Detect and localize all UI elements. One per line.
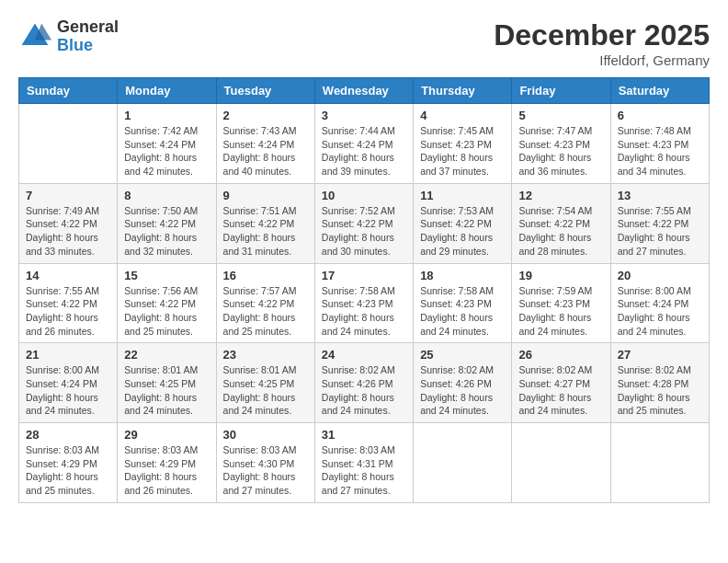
day-info: Sunrise: 7:54 AM Sunset: 4:22 PM Dayligh…	[518, 204, 603, 259]
calendar-cell: 7Sunrise: 7:49 AM Sunset: 4:22 PM Daylig…	[19, 183, 118, 263]
day-info: Sunrise: 7:44 AM Sunset: 4:24 PM Dayligh…	[322, 124, 406, 178]
calendar-week-row: 21Sunrise: 8:00 AM Sunset: 4:24 PM Dayli…	[19, 343, 710, 423]
title-block: December 2025 Iffeldorf, Germany	[494, 18, 710, 68]
logo-general: General	[57, 18, 119, 37]
day-number: 25	[420, 348, 505, 362]
calendar-cell: 24Sunrise: 8:02 AM Sunset: 4:26 PM Dayli…	[314, 343, 413, 423]
day-number: 5	[518, 109, 603, 122]
calendar-cell: 30Sunrise: 8:03 AM Sunset: 4:30 PM Dayli…	[216, 423, 314, 503]
calendar-header-tuesday: Tuesday	[216, 78, 314, 104]
calendar-cell: 25Sunrise: 8:02 AM Sunset: 4:26 PM Dayli…	[414, 343, 512, 423]
day-number: 29	[124, 428, 209, 442]
calendar-cell: 27Sunrise: 8:02 AM Sunset: 4:28 PM Dayli…	[610, 343, 709, 423]
day-number: 18	[420, 269, 505, 282]
calendar-cell: 22Sunrise: 8:01 AM Sunset: 4:25 PM Dayli…	[118, 343, 216, 423]
calendar-header-monday: Monday	[118, 78, 216, 104]
calendar-cell	[19, 104, 118, 184]
day-number: 26	[518, 348, 603, 362]
day-info: Sunrise: 7:45 AM Sunset: 4:23 PM Dayligh…	[420, 124, 505, 178]
day-number: 8	[124, 189, 209, 202]
calendar-cell: 18Sunrise: 7:58 AM Sunset: 4:23 PM Dayli…	[414, 263, 512, 343]
day-number: 9	[223, 189, 308, 202]
calendar-header-saturday: Saturday	[610, 78, 709, 104]
day-number: 11	[420, 189, 505, 202]
day-info: Sunrise: 8:02 AM Sunset: 4:28 PM Dayligh…	[618, 363, 702, 418]
day-info: Sunrise: 8:03 AM Sunset: 4:31 PM Dayligh…	[322, 443, 406, 498]
day-number: 17	[322, 269, 406, 282]
day-number: 10	[322, 189, 406, 202]
day-number: 7	[26, 189, 110, 202]
day-info: Sunrise: 7:56 AM Sunset: 4:22 PM Dayligh…	[124, 284, 209, 339]
day-number: 16	[223, 269, 308, 282]
day-info: Sunrise: 8:03 AM Sunset: 4:29 PM Dayligh…	[124, 443, 209, 498]
day-number: 15	[124, 269, 209, 282]
calendar-cell: 6Sunrise: 7:48 AM Sunset: 4:23 PM Daylig…	[610, 104, 709, 184]
calendar-cell: 20Sunrise: 8:00 AM Sunset: 4:24 PM Dayli…	[610, 263, 709, 343]
calendar-cell: 2Sunrise: 7:43 AM Sunset: 4:24 PM Daylig…	[216, 104, 314, 184]
calendar-header-row: SundayMondayTuesdayWednesdayThursdayFrid…	[19, 78, 710, 104]
calendar-week-row: 7Sunrise: 7:49 AM Sunset: 4:22 PM Daylig…	[19, 183, 710, 263]
day-info: Sunrise: 7:52 AM Sunset: 4:22 PM Dayligh…	[322, 204, 406, 259]
day-info: Sunrise: 8:00 AM Sunset: 4:24 PM Dayligh…	[26, 363, 110, 418]
page-header: General Blue December 2025 Iffeldorf, Ge…	[18, 18, 710, 68]
day-number: 22	[124, 348, 209, 362]
day-info: Sunrise: 8:03 AM Sunset: 4:29 PM Dayligh…	[26, 443, 110, 498]
logo-icon	[18, 20, 51, 53]
day-number: 19	[518, 269, 603, 282]
day-info: Sunrise: 8:01 AM Sunset: 4:25 PM Dayligh…	[223, 363, 308, 418]
day-info: Sunrise: 8:02 AM Sunset: 4:27 PM Dayligh…	[518, 363, 603, 418]
day-info: Sunrise: 7:43 AM Sunset: 4:24 PM Dayligh…	[223, 124, 308, 178]
day-number: 2	[223, 109, 308, 122]
calendar-cell: 4Sunrise: 7:45 AM Sunset: 4:23 PM Daylig…	[414, 104, 512, 184]
calendar-cell: 3Sunrise: 7:44 AM Sunset: 4:24 PM Daylig…	[314, 104, 413, 184]
calendar-cell	[512, 423, 610, 503]
calendar-cell: 16Sunrise: 7:57 AM Sunset: 4:22 PM Dayli…	[216, 263, 314, 343]
day-info: Sunrise: 7:49 AM Sunset: 4:22 PM Dayligh…	[26, 204, 110, 259]
logo: General Blue	[18, 18, 119, 55]
calendar-cell: 12Sunrise: 7:54 AM Sunset: 4:22 PM Dayli…	[512, 183, 610, 263]
calendar-cell: 23Sunrise: 8:01 AM Sunset: 4:25 PM Dayli…	[216, 343, 314, 423]
day-number: 31	[322, 428, 406, 442]
day-info: Sunrise: 7:53 AM Sunset: 4:22 PM Dayligh…	[420, 204, 505, 259]
day-info: Sunrise: 7:48 AM Sunset: 4:23 PM Dayligh…	[618, 124, 702, 178]
day-info: Sunrise: 7:47 AM Sunset: 4:23 PM Dayligh…	[518, 124, 603, 178]
calendar-cell: 13Sunrise: 7:55 AM Sunset: 4:22 PM Dayli…	[610, 183, 709, 263]
calendar-cell: 31Sunrise: 8:03 AM Sunset: 4:31 PM Dayli…	[314, 423, 413, 503]
calendar-week-row: 28Sunrise: 8:03 AM Sunset: 4:29 PM Dayli…	[19, 423, 710, 503]
calendar-cell: 8Sunrise: 7:50 AM Sunset: 4:22 PM Daylig…	[118, 183, 216, 263]
calendar-cell: 29Sunrise: 8:03 AM Sunset: 4:29 PM Dayli…	[118, 423, 216, 503]
day-number: 12	[518, 189, 603, 202]
calendar-table: SundayMondayTuesdayWednesdayThursdayFrid…	[18, 77, 710, 503]
day-info: Sunrise: 8:01 AM Sunset: 4:25 PM Dayligh…	[124, 363, 209, 418]
calendar-week-row: 14Sunrise: 7:55 AM Sunset: 4:22 PM Dayli…	[19, 263, 710, 343]
day-info: Sunrise: 8:02 AM Sunset: 4:26 PM Dayligh…	[322, 363, 406, 418]
day-number: 20	[618, 269, 702, 282]
calendar-cell: 15Sunrise: 7:56 AM Sunset: 4:22 PM Dayli…	[118, 263, 216, 343]
day-info: Sunrise: 7:55 AM Sunset: 4:22 PM Dayligh…	[618, 204, 702, 259]
day-number: 6	[618, 109, 702, 122]
day-info: Sunrise: 7:58 AM Sunset: 4:23 PM Dayligh…	[322, 284, 406, 339]
calendar-cell: 28Sunrise: 8:03 AM Sunset: 4:29 PM Dayli…	[19, 423, 118, 503]
calendar-cell: 10Sunrise: 7:52 AM Sunset: 4:22 PM Dayli…	[314, 183, 413, 263]
day-number: 1	[124, 109, 209, 122]
calendar-cell	[610, 423, 709, 503]
day-number: 4	[420, 109, 505, 122]
day-number: 3	[322, 109, 406, 122]
day-info: Sunrise: 7:51 AM Sunset: 4:22 PM Dayligh…	[223, 204, 308, 259]
day-info: Sunrise: 8:03 AM Sunset: 4:30 PM Dayligh…	[223, 443, 308, 498]
day-info: Sunrise: 7:50 AM Sunset: 4:22 PM Dayligh…	[124, 204, 209, 259]
day-number: 14	[26, 269, 110, 282]
calendar-cell: 14Sunrise: 7:55 AM Sunset: 4:22 PM Dayli…	[19, 263, 118, 343]
day-number: 27	[618, 348, 702, 362]
calendar-cell: 21Sunrise: 8:00 AM Sunset: 4:24 PM Dayli…	[19, 343, 118, 423]
day-number: 30	[223, 428, 308, 442]
day-number: 28	[26, 428, 110, 442]
day-number: 23	[223, 348, 308, 362]
location: Iffeldorf, Germany	[494, 52, 710, 68]
day-info: Sunrise: 7:57 AM Sunset: 4:22 PM Dayligh…	[223, 284, 308, 339]
calendar-cell: 17Sunrise: 7:58 AM Sunset: 4:23 PM Dayli…	[314, 263, 413, 343]
calendar-week-row: 1Sunrise: 7:42 AM Sunset: 4:24 PM Daylig…	[19, 104, 710, 184]
calendar-cell: 1Sunrise: 7:42 AM Sunset: 4:24 PM Daylig…	[118, 104, 216, 184]
day-number: 24	[322, 348, 406, 362]
calendar-cell: 5Sunrise: 7:47 AM Sunset: 4:23 PM Daylig…	[512, 104, 610, 184]
